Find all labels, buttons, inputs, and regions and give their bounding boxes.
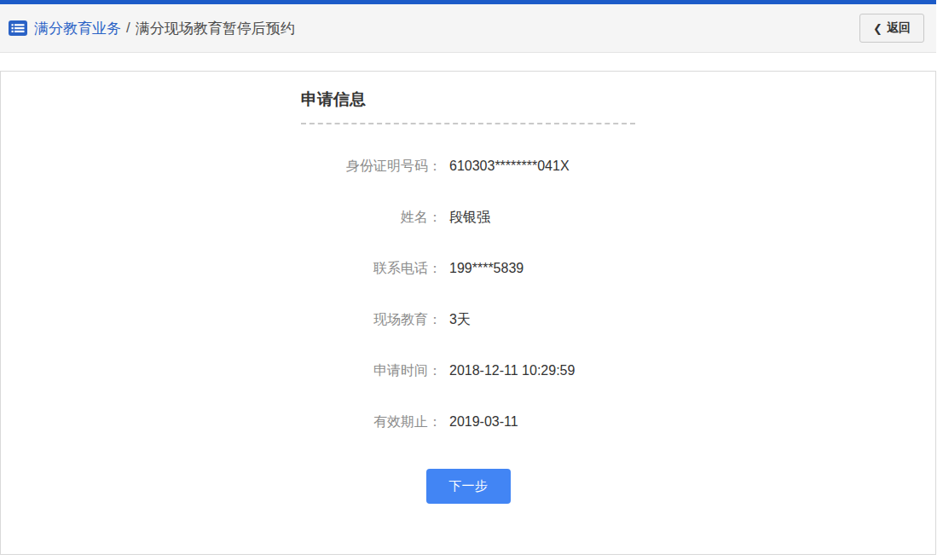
field-label: 申请时间：	[301, 362, 442, 380]
field-label: 姓名：	[301, 209, 442, 227]
list-icon	[9, 20, 27, 36]
field-value: 2018-12-11 10:29:59	[449, 363, 575, 378]
application-info-content: 申请信息 身份证明号码： 610303********041X 姓名： 段银强 …	[301, 72, 635, 504]
field-row-id-number: 身份证明号码： 610303********041X	[301, 158, 635, 176]
breadcrumb-section[interactable]: 满分教育业务	[34, 19, 121, 38]
field-value: 199****5839	[449, 261, 524, 276]
field-value: 610303********041X	[449, 159, 570, 174]
field-value: 3天	[449, 311, 471, 329]
dashed-divider	[301, 123, 635, 124]
back-button-label: 返回	[887, 20, 911, 36]
field-row-name: 姓名： 段银强	[301, 209, 635, 227]
header: 满分教育业务 / 满分现场教育暂停后预约 ❮ 返回	[0, 4, 936, 53]
button-container: 下一步	[301, 469, 635, 504]
back-button[interactable]: ❮ 返回	[859, 14, 924, 43]
field-row-valid-until: 有效期止： 2019-03-11	[301, 413, 635, 431]
breadcrumb: 满分教育业务 / 满分现场教育暂停后预约	[9, 19, 295, 38]
field-label: 身份证明号码：	[301, 158, 442, 176]
field-value: 2019-03-11	[449, 414, 518, 430]
field-row-apply-time: 申请时间： 2018-12-11 10:29:59	[301, 362, 635, 380]
field-label: 联系电话：	[301, 260, 442, 278]
field-label: 现场教育：	[301, 311, 442, 329]
next-step-button[interactable]: 下一步	[426, 469, 511, 504]
field-value: 段银强	[449, 209, 490, 227]
breadcrumb-current-page: 满分现场教育暂停后预约	[136, 19, 295, 38]
field-row-phone: 联系电话： 199****5839	[301, 260, 635, 278]
page: 满分教育业务 / 满分现场教育暂停后预约 ❮ 返回 申请信息 身份证明号码： 6…	[0, 0, 936, 555]
field-label: 有效期止：	[301, 413, 442, 431]
field-row-onsite-education: 现场教育： 3天	[301, 311, 635, 329]
breadcrumb-separator: /	[126, 20, 130, 37]
application-info-panel: 申请信息 身份证明号码： 610303********041X 姓名： 段银强 …	[0, 71, 936, 555]
page-title: 申请信息	[301, 89, 635, 111]
chevron-left-icon: ❮	[873, 23, 882, 34]
